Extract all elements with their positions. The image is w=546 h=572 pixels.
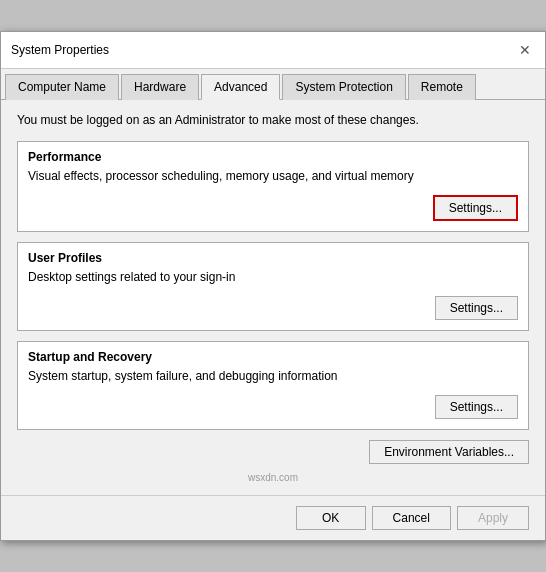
- watermark: wsxdn.com: [17, 470, 529, 483]
- startup-recovery-section: Startup and Recovery System startup, sys…: [17, 341, 529, 430]
- window-title: System Properties: [11, 43, 109, 57]
- close-button[interactable]: ✕: [515, 40, 535, 60]
- ok-button[interactable]: OK: [296, 506, 366, 530]
- startup-recovery-label: Startup and Recovery: [28, 350, 518, 364]
- performance-settings-button[interactable]: Settings...: [433, 195, 518, 221]
- system-properties-window: System Properties ✕ Computer Name Hardwa…: [0, 31, 546, 540]
- user-profiles-section: User Profiles Desktop settings related t…: [17, 242, 529, 331]
- startup-recovery-settings-button[interactable]: Settings...: [435, 395, 518, 419]
- apply-button[interactable]: Apply: [457, 506, 529, 530]
- startup-recovery-desc: System startup, system failure, and debu…: [28, 368, 518, 385]
- user-profiles-label: User Profiles: [28, 251, 518, 265]
- bottom-bar: OK Cancel Apply: [1, 495, 545, 540]
- admin-notice: You must be logged on as an Administrato…: [17, 112, 529, 129]
- user-profiles-settings-button[interactable]: Settings...: [435, 296, 518, 320]
- title-bar: System Properties ✕: [1, 32, 545, 69]
- user-profiles-desc: Desktop settings related to your sign-in: [28, 269, 518, 286]
- tab-computer-name[interactable]: Computer Name: [5, 74, 119, 100]
- performance-section: Performance Visual effects, processor sc…: [17, 141, 529, 232]
- performance-desc: Visual effects, processor scheduling, me…: [28, 168, 518, 185]
- cancel-button[interactable]: Cancel: [372, 506, 451, 530]
- tab-content: You must be logged on as an Administrato…: [1, 100, 545, 494]
- environment-variables-button[interactable]: Environment Variables...: [369, 440, 529, 464]
- env-variables-row: Environment Variables...: [17, 440, 529, 464]
- tab-bar: Computer Name Hardware Advanced System P…: [1, 69, 545, 100]
- tab-advanced[interactable]: Advanced: [201, 74, 280, 100]
- tab-remote[interactable]: Remote: [408, 74, 476, 100]
- tab-hardware[interactable]: Hardware: [121, 74, 199, 100]
- tab-system-protection[interactable]: System Protection: [282, 74, 405, 100]
- performance-label: Performance: [28, 150, 518, 164]
